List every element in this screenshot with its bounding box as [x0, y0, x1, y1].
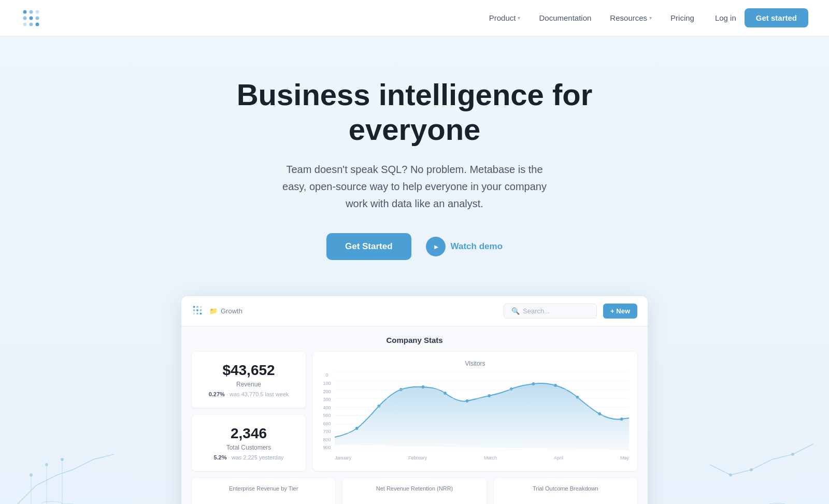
svg-point-26	[200, 309, 202, 311]
hero-actions: Get Started ► Watch demo	[10, 233, 819, 260]
svg-point-7	[30, 22, 33, 26]
dashboard-search[interactable]: 🔍 Search...	[504, 304, 597, 319]
svg-point-34	[444, 392, 447, 395]
enterprise-revenue-title: Enterprise Revenue by Tier	[199, 485, 328, 492]
svg-point-41	[598, 412, 601, 415]
svg-point-3	[23, 16, 27, 20]
svg-point-17	[729, 473, 732, 477]
dashboard-topbar: 📁 Growth 🔍 Search... + New	[181, 296, 648, 326]
svg-point-22	[196, 306, 198, 308]
hero-headline: Business intelligence for everyone	[207, 78, 622, 147]
svg-point-39	[554, 384, 557, 387]
navbar: Product ▾ Documentation Resources ▾ Pric…	[0, 0, 829, 36]
stats-grid: $43,652 Revenue 0.27% · was 43,770.5 las…	[192, 352, 637, 471]
svg-point-30	[355, 427, 359, 430]
svg-point-1	[30, 10, 33, 13]
play-icon: ►	[426, 237, 446, 256]
svg-point-37	[510, 387, 513, 391]
hero-section: Business intelligence for everyone Team …	[0, 36, 829, 504]
revenue-sub: 0.27% · was 43,770.5 last week	[201, 391, 296, 397]
get-started-button[interactable]: Get Started	[326, 233, 411, 260]
dashboard-logo	[192, 305, 203, 318]
nav-product[interactable]: Product ▾	[489, 13, 521, 22]
search-icon: 🔍	[511, 307, 520, 315]
svg-point-31	[377, 405, 380, 408]
revenue-value: $43,652	[201, 362, 296, 379]
svg-point-25	[196, 309, 198, 311]
right-decoration	[705, 413, 819, 504]
nrr-card: Net Revenue Retention (NRR)	[342, 478, 486, 504]
nrr-title: Net Revenue Retention (NRR)	[350, 485, 479, 492]
section-title: Company Stats	[192, 336, 637, 344]
svg-point-32	[399, 388, 403, 391]
nav-documentation[interactable]: Documentation	[539, 13, 591, 22]
new-button[interactable]: + New	[603, 304, 637, 319]
customers-label: Total Customers	[201, 444, 296, 451]
svg-point-42	[620, 417, 623, 421]
svg-point-14	[61, 458, 64, 461]
chart-x-labels: January February March April May	[335, 455, 629, 460]
chart-area: 900 800 700 600 500 400 300 200 100 0	[321, 372, 629, 460]
enterprise-revenue-card: Enterprise Revenue by Tier	[192, 478, 335, 504]
breadcrumb: 📁 Growth	[209, 307, 242, 315]
svg-point-33	[422, 385, 425, 388]
nav-resources[interactable]: Resources ▾	[610, 13, 652, 22]
nav-pricing[interactable]: Pricing	[670, 13, 694, 22]
chart-y-labels: 900 800 700 600 500 400 300 200 100 0	[321, 372, 333, 450]
trial-outcome-title: Trial Outcome Breakdown	[501, 485, 630, 492]
stat-cards: $43,652 Revenue 0.27% · was 43,770.5 las…	[192, 352, 306, 471]
svg-point-0	[23, 10, 27, 13]
svg-point-36	[488, 394, 491, 397]
revenue-card: $43,652 Revenue 0.27% · was 43,770.5 las…	[192, 352, 306, 408]
svg-point-6	[23, 22, 27, 26]
svg-point-13	[45, 463, 48, 466]
svg-point-27	[193, 312, 195, 314]
dashboard-content: Company Stats $43,652 Revenue 0.27% · wa…	[181, 326, 648, 504]
svg-point-8	[36, 22, 39, 26]
get-started-nav-button[interactable]: Get started	[745, 8, 808, 27]
login-link[interactable]: Log in	[715, 13, 736, 22]
svg-point-19	[791, 453, 794, 456]
nav-links: Product ▾ Documentation Resources ▾ Pric…	[489, 13, 694, 22]
svg-point-23	[200, 306, 202, 308]
svg-point-2	[36, 10, 39, 13]
svg-point-28	[196, 312, 198, 314]
customers-card: 2,346 Total Customers 5.2% · was 2,225 y…	[192, 415, 306, 471]
svg-point-38	[532, 382, 535, 385]
folder-icon: 📁	[209, 307, 218, 315]
svg-point-21	[193, 306, 195, 308]
svg-point-24	[193, 309, 195, 311]
left-decoration	[10, 413, 124, 504]
chevron-down-icon: ▾	[518, 15, 520, 21]
trial-outcome-card: Trial Outcome Breakdown	[494, 478, 637, 504]
svg-point-12	[30, 473, 33, 477]
watch-demo-link[interactable]: ► Watch demo	[426, 237, 503, 256]
customers-value: 2,346	[201, 425, 296, 442]
bottom-row: Enterprise Revenue by Tier Net Revenue R…	[192, 478, 637, 504]
svg-point-35	[466, 399, 469, 402]
chevron-down-icon: ▾	[649, 15, 652, 21]
hero-subtext: Team doesn't speak SQL? No problem. Meta…	[275, 161, 554, 212]
svg-point-18	[750, 468, 753, 471]
svg-point-5	[36, 16, 39, 20]
chart-title: Visitors	[321, 360, 629, 367]
visitors-chart-card: Visitors 900 800 700 600 500 400 300 200	[313, 352, 637, 471]
customers-sub: 5.2% · was 2,225 yesterday	[201, 454, 296, 460]
revenue-label: Revenue	[201, 381, 296, 388]
dashboard-card: 📁 Growth 🔍 Search... + New Company Stats…	[181, 296, 648, 504]
logo[interactable]	[21, 8, 41, 28]
nav-actions: Log in Get started	[715, 8, 808, 27]
dashboard-preview-wrap: 📁 Growth 🔍 Search... + New Company Stats…	[10, 296, 819, 504]
svg-point-29	[200, 312, 202, 314]
svg-point-4	[30, 16, 33, 20]
chart-svg-wrap	[335, 372, 629, 450]
svg-point-15	[41, 501, 62, 504]
